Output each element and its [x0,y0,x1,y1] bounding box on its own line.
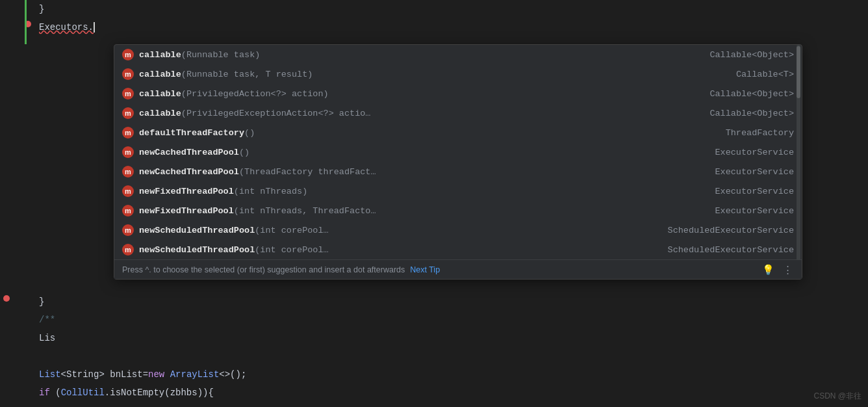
method-icon-0: m [122,49,134,60]
method-name-7: newFixedThreadPool [139,187,234,196]
code-content-bottom-4: List<String> bnList=new ArrayList<>(); [39,369,246,380]
autocomplete-item-9[interactable]: mnewScheduledThreadPool(int corePool…Sch… [114,220,802,240]
return-type-4: ThreadFactory [726,128,794,138]
method-params-1: (Runnable task, T result) [181,70,313,79]
method-params-4: () [244,128,255,138]
method-icon-4: m [122,127,134,138]
autocomplete-item-3[interactable]: mcallable(PrivilegedExceptionAction<?> a… [114,103,802,123]
method-icon-7: m [122,185,134,197]
method-params-5: () [239,148,249,157]
return-type-0: Callable<Object> [709,50,794,60]
method-params-6: (ThreadFactory threadFact… [239,167,376,177]
return-type-1: Callable<T> [736,70,794,79]
tip-text: Press ^. to choose the selected (or firs… [122,265,405,274]
code-line-bottom-1: } [0,293,868,311]
return-type-2: Callable<Object> [709,89,794,99]
lightbulb-icon[interactable]: 💡 [761,263,774,276]
code-line-bottom-5: if (CollUtil.isNotEmpty(zbhbs)){ [0,384,868,402]
autocomplete-item-7[interactable]: mnewFixedThreadPool(int nThreads)Executo… [114,181,802,201]
method-icon-2: m [122,88,134,99]
return-type-7: ExecutorService [715,187,794,196]
indent-bar [25,0,27,44]
method-params-3: (PrivilegedExceptionAction<?> actio… [181,109,371,118]
return-type-8: ExecutorService [715,206,794,216]
autocomplete-item-8[interactable]: mnewFixedThreadPool(int nThreads, Thread… [114,201,802,220]
method-name-2: callable [139,89,181,99]
method-name-5: newCachedThreadPool [139,148,239,157]
text-cursor [94,22,95,33]
method-name-9: newScheduledThreadPool [139,226,255,235]
method-icon-8: m [122,205,134,217]
method-name-10: newScheduledThreadPool [139,245,255,255]
return-type-9: ScheduledExecutorService [668,226,794,235]
method-params-8: (int nThreads, ThreadFacto… [234,206,376,216]
code-line-1: } [0,0,868,18]
autocomplete-item-5[interactable]: mnewCachedThreadPool()ExecutorService [114,142,802,162]
method-params-9: (int corePool… [255,226,328,235]
return-type-5: ExecutorService [715,148,794,157]
code-line-bottom-3: Lis [0,329,868,347]
code-line-bottom-4: List<String> bnList=new ArrayList<>(); [0,365,868,384]
code-content-1: } [39,4,44,14]
method-icon-1: m [122,68,134,80]
tip-bar: Press ^. to choose the selected (or firs… [114,259,802,279]
code-line-2: Executors. [0,18,868,36]
autocomplete-item-4[interactable]: mdefaultThreadFactory()ThreadFactory [114,123,802,142]
method-name-1: callable [139,70,181,79]
more-options-icon[interactable]: ⋮ [781,263,794,276]
return-type-3: Callable<Object> [709,109,794,118]
code-line-bottom-2: /** [0,311,868,329]
code-content-bottom-5: if (CollUtil.isNotEmpty(zbhbs)){ [39,387,214,398]
code-content-bottom-1: } [39,296,44,307]
method-params-10: (int corePool… [255,245,328,255]
method-name-6: newCachedThreadPool [139,167,239,177]
method-icon-9: m [122,224,134,236]
code-area: } Executors. mcallable(Runnable task)Cal… [0,0,868,407]
csdn-watermark: CSDN @非往 [813,391,862,402]
code-content-2: Executors. [39,22,95,33]
autocomplete-item-2[interactable]: mcallable(PrivilegedAction<?> action)Cal… [114,84,802,103]
method-icon-6: m [122,166,134,177]
autocomplete-item-6[interactable]: mnewCachedThreadPool(ThreadFactory threa… [114,162,802,181]
method-name-4: defaultThreadFactory [139,128,244,138]
method-icon-3: m [122,107,134,119]
dropdown-scrollbar[interactable] [797,45,800,279]
code-content-bottom-3: Lis [39,333,55,343]
autocomplete-item-10[interactable]: mnewScheduledThreadPool(int corePool…Sch… [114,240,802,259]
code-content-bottom-2: /** [39,315,55,325]
dropdown-scrollbar-thumb [797,46,800,98]
method-icon-5: m [122,146,134,158]
autocomplete-item-0[interactable]: mcallable(Runnable task)Callable<Object> [114,45,802,64]
next-tip-button[interactable]: Next Tip [410,265,440,274]
tip-icons: 💡 ⋮ [761,263,794,276]
autocomplete-list: mcallable(Runnable task)Callable<Object>… [114,45,802,279]
method-params-7: (int nThreads) [234,187,307,196]
method-params-0: (Runnable task) [181,50,261,60]
return-type-10: ScheduledExecutorService [668,245,794,255]
autocomplete-dropdown[interactable]: mcallable(Runnable task)Callable<Object>… [114,44,802,280]
executors-text: Executors. [39,22,94,33]
breakpoint-marker-bottom [3,295,10,302]
method-icon-10: m [122,244,134,256]
autocomplete-item-1[interactable]: mcallable(Runnable task, T result)Callab… [114,64,802,84]
method-name-0: callable [139,50,181,60]
method-params-2: (PrivilegedAction<?> action) [181,89,329,99]
method-name-8: newFixedThreadPool [139,206,234,216]
method-name-3: callable [139,109,181,118]
return-type-6: ExecutorService [715,167,794,177]
